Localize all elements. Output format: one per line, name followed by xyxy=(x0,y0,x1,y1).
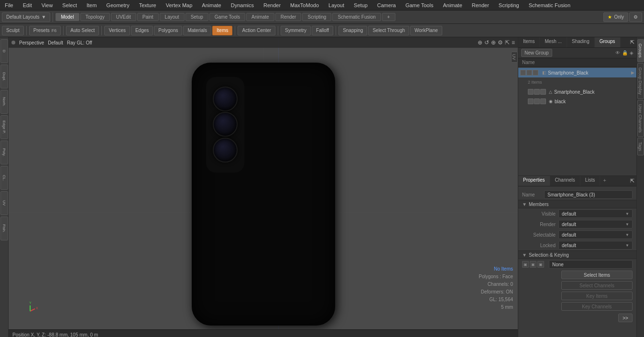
prop-visible-select[interactable]: default ▼ xyxy=(558,209,633,218)
tab-game-tools[interactable]: Game Tools xyxy=(209,13,245,21)
tab-uvedit[interactable]: UVEdit xyxy=(111,13,136,21)
menu-camera[interactable]: Camera xyxy=(375,1,398,9)
left-tab-d[interactable]: D xyxy=(0,39,8,63)
tab-schematic[interactable]: Schematic Fusion xyxy=(332,13,381,21)
menu-file[interactable]: File xyxy=(3,1,15,9)
prop-tab-lists[interactable]: Lists xyxy=(580,176,600,186)
menu-texture[interactable]: Texture xyxy=(137,1,158,9)
snapping-btn[interactable]: Snapping xyxy=(338,26,367,35)
groups-icon-lock[interactable]: 🔒 xyxy=(622,50,628,55)
none-value[interactable]: None xyxy=(549,260,633,269)
select-through-btn[interactable]: Select Through xyxy=(368,26,409,35)
vp-right-tab-1[interactable]: UV xyxy=(511,52,518,63)
symmetry-btn[interactable]: Symmetry xyxy=(281,26,311,35)
menu-maxtomodo[interactable]: MaxToModo xyxy=(288,1,321,9)
groups-tab-items[interactable]: Items xyxy=(518,37,540,47)
cb3-render[interactable] xyxy=(534,98,540,104)
items-btn[interactable]: Items xyxy=(212,26,232,35)
cb2-render[interactable] xyxy=(534,89,540,95)
settings-icon[interactable]: ⚙ xyxy=(629,12,642,22)
select-channels-btn[interactable]: Select Channels xyxy=(561,281,633,290)
action-center-btn[interactable]: Action Center xyxy=(238,26,275,35)
default-label[interactable]: Default xyxy=(48,40,63,45)
tab-render[interactable]: Render xyxy=(275,13,302,21)
prop-tab-properties[interactable]: Properties xyxy=(518,176,550,186)
viewport[interactable]: Perspective Default Ray GL: Off ⊕ ↺ ⊕ ⚙ … xyxy=(9,37,518,337)
menu-render2[interactable]: Render xyxy=(470,1,491,9)
menu-vertex-map[interactable]: Vertex Map xyxy=(164,1,195,9)
left-tab-cl[interactable]: CL. xyxy=(0,166,8,190)
menu-view[interactable]: View xyxy=(40,1,55,9)
cb-select[interactable] xyxy=(533,70,538,76)
groups-tab-groups[interactable]: Groups xyxy=(595,37,621,47)
polygons-btn[interactable]: Polygons xyxy=(154,26,182,35)
key-channels-btn[interactable]: Key Channels xyxy=(561,302,633,311)
presets-btn[interactable]: Presets F6 xyxy=(29,26,61,35)
menu-layout[interactable]: Layout xyxy=(327,1,346,9)
tab-model[interactable]: Model xyxy=(55,13,79,21)
ray-gl-label[interactable]: Ray GL: Off xyxy=(67,40,92,45)
cb2-visible[interactable] xyxy=(528,89,534,95)
groups-tab-mesh[interactable]: Mesh ... xyxy=(540,37,567,47)
select-items-btn[interactable]: Select Items xyxy=(561,271,633,279)
viewport-icon-refresh[interactable]: ↺ xyxy=(484,39,489,46)
double-arrow-btn[interactable]: >> xyxy=(618,314,633,322)
tab-layout[interactable]: Layout xyxy=(160,13,185,21)
tab-setup[interactable]: Setup xyxy=(186,13,208,21)
far-right-tab-tags[interactable]: Tags xyxy=(637,138,644,155)
groups-icon-eye[interactable]: 👁 xyxy=(615,50,620,55)
tab-animate[interactable]: Animate xyxy=(246,13,274,21)
members-section[interactable]: ▼ Members xyxy=(518,200,636,208)
materials-btn[interactable]: Materials xyxy=(183,26,211,35)
tree-item-smartphone-black-group[interactable]: ◧ Smartphone_Black ▶ xyxy=(518,68,636,77)
left-tab-norh[interactable]: Norh. xyxy=(0,90,8,114)
viewport-icon-expand[interactable]: ⇱ xyxy=(505,39,510,46)
keying-icon-3[interactable]: ▣ xyxy=(537,261,544,268)
selection-keying-section[interactable]: ▼ Selection & Keying xyxy=(518,250,636,259)
key-items-btn[interactable]: Key Items xyxy=(561,292,633,300)
keying-icon-2[interactable]: ▣ xyxy=(530,261,536,268)
prop-name-value[interactable]: Smartphone_Black (3) xyxy=(544,190,633,199)
menu-schematic[interactable]: Schematic Fusion xyxy=(527,1,572,9)
auto-select-btn[interactable]: Auto Select xyxy=(66,26,99,35)
keying-icon-1[interactable]: ▣ xyxy=(522,261,529,268)
tree-item-black[interactable]: ◉ black xyxy=(518,97,636,106)
tree-item-smartphone-black[interactable]: △ Smartphone_Black xyxy=(518,87,636,97)
prop-render-select[interactable]: default ▼ xyxy=(558,220,633,228)
menu-game-tools[interactable]: Game Tools xyxy=(404,1,436,9)
left-tab-fish[interactable]: Fish. xyxy=(0,217,8,240)
new-group-btn[interactable]: New Group xyxy=(521,49,552,57)
groups-tab-shading[interactable]: Shading xyxy=(567,37,595,47)
cb3-visible[interactable] xyxy=(528,98,534,104)
cb2-select[interactable] xyxy=(540,89,546,95)
menu-scripting[interactable]: Scripting xyxy=(497,1,521,9)
menu-render[interactable]: Render xyxy=(262,1,283,9)
prop-tab-channels[interactable]: Channels xyxy=(550,176,580,186)
falloff-btn[interactable]: Falloff xyxy=(312,26,333,35)
menu-geometry[interactable]: Geometry xyxy=(104,1,131,9)
viewport-icon-zoom[interactable]: ⊕ xyxy=(491,39,496,46)
far-right-tab-group-display[interactable]: Group Display xyxy=(637,63,644,99)
tab-scripting[interactable]: Scripting xyxy=(302,13,331,21)
edges-btn[interactable]: Edges xyxy=(131,26,153,35)
default-layouts-dropdown[interactable]: Default Layouts ▼ xyxy=(2,12,50,22)
left-tab-uv[interactable]: UV xyxy=(0,191,8,215)
groups-icon-render[interactable]: ◈ xyxy=(630,50,633,55)
menu-item[interactable]: Item xyxy=(85,1,98,9)
menu-edit[interactable]: Edit xyxy=(21,1,34,9)
cb-visible[interactable] xyxy=(520,70,526,76)
perspective-label[interactable]: Perspective xyxy=(19,40,44,45)
prop-locked-select[interactable]: default ▼ xyxy=(558,241,633,250)
tab-add[interactable]: + xyxy=(382,13,395,21)
star-only[interactable]: ★ Only xyxy=(603,12,628,22)
left-tab-dupl[interactable]: Dupl. xyxy=(0,65,8,88)
left-tab-poly[interactable]: Poly. xyxy=(0,141,8,164)
menu-animate[interactable]: Animate xyxy=(200,1,223,9)
prop-expand-icon[interactable]: ⇱ xyxy=(630,178,634,184)
menu-select[interactable]: Select xyxy=(60,1,79,9)
tab-paint[interactable]: Paint xyxy=(137,13,159,21)
vertices-btn[interactable]: Vertices xyxy=(104,26,130,35)
cb3-select[interactable] xyxy=(540,98,546,104)
menu-dynamics[interactable]: Dynamics xyxy=(229,1,256,9)
menu-setup[interactable]: Setup xyxy=(352,1,370,9)
